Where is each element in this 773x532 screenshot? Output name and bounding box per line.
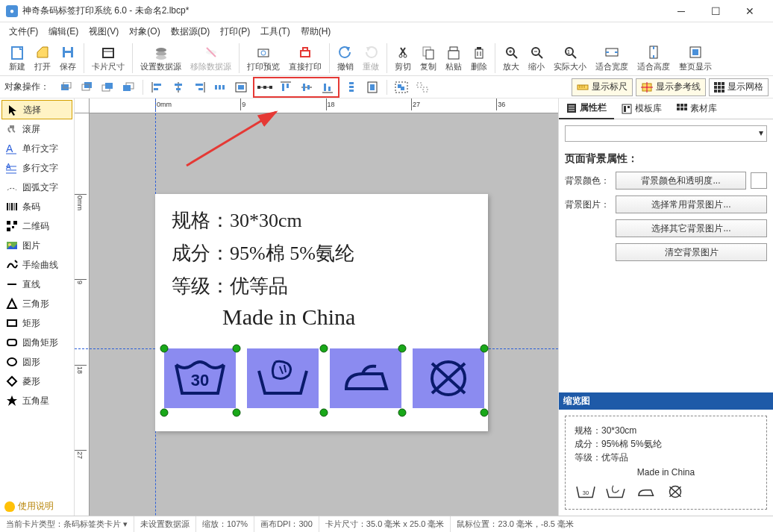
menu-5[interactable]: 打印(P) [216,24,254,40]
tool-手绘曲线[interactable]: 手绘曲线 [1,255,72,275]
bgcolor-button[interactable]: 背景颜色和透明度... [616,172,746,190]
svg-rect-84 [423,87,428,92]
tool-图片[interactable]: 图片 [1,236,72,255]
close-button[interactable]: ✕ [733,0,767,22]
tool-滚屏[interactable]: 滚屏 [1,119,72,139]
svg-rect-19 [450,47,457,51]
toolbar-打印预览[interactable]: 打印预览 [242,43,284,74]
toolbar-剪切[interactable]: 剪切 [390,43,416,74]
toolbar-卡片尺寸[interactable]: 卡片尺寸 [87,43,129,74]
bring-forward-icon[interactable] [98,78,116,96]
toolbar-重做[interactable]: 重做 [358,43,384,74]
show-ruler-toggle[interactable]: 显示标尺 [572,78,633,96]
svg-rect-71 [307,85,310,90]
canvas-area[interactable]: 0mm9182736 0mm91827 规格：30*30cm 成分：95%棉 5… [75,98,558,516]
dist-h-icon[interactable] [211,78,229,96]
menu-7[interactable]: 帮助(H) [296,24,336,40]
align-center-h-icon[interactable] [169,78,187,96]
menu-0[interactable]: 文件(F) [4,24,43,40]
fit-height-icon[interactable] [363,78,381,96]
tool-单行文字[interactable]: A单行文字 [1,139,72,158]
align-right-icon[interactable] [190,78,208,96]
toolbar-移除数据源[interactable]: 移除数据源 [186,43,236,74]
fit-width-icon[interactable] [232,78,250,96]
bgimg-common-button[interactable]: 选择常用背景图片... [616,195,767,213]
tool-圆形[interactable]: 圆形 [1,352,72,372]
menu-1[interactable]: 编辑(E) [44,24,83,40]
tool-条码[interactable]: 条码 [1,197,72,216]
dist-v-icon[interactable] [342,78,360,96]
tab-templates[interactable]: 模板库 [614,98,669,119]
tool-三角形[interactable]: 三角形 [1,294,72,313]
bgcolor-label: 背景颜色： [565,175,611,187]
tool-菱形[interactable]: 菱形 [1,372,72,391]
toolbar-新建[interactable]: 新建 [4,43,30,74]
card-line-3[interactable]: 等级：优等品 [172,273,288,299]
bgimg-other-button[interactable]: 选择其它背景图片... [616,219,767,237]
send-back-icon[interactable] [78,78,96,96]
toolbar-撤销[interactable]: 撤销 [333,43,358,74]
toolbar-适合宽度[interactable]: 适合宽度 [591,43,633,74]
toolbar-设置数据源[interactable]: 设置数据源 [136,43,186,74]
toolbar-放大[interactable]: 放大 [498,43,524,74]
care-icon-nobleach[interactable] [413,348,484,408]
toolbar-粘贴[interactable]: 粘贴 [441,43,466,74]
tab-assets[interactable]: 素材库 [669,98,725,119]
care-icon-handwash[interactable] [247,348,319,408]
tool-二维码[interactable]: 二维码 [1,216,72,236]
toolbar-整页显示[interactable]: 整页显示 [675,43,716,74]
svg-rect-58 [222,85,225,90]
align-middle-icon[interactable] [298,78,316,96]
menu-3[interactable]: 对象(O) [125,24,164,40]
show-grid-toggle[interactable]: 显示网格 [709,78,769,96]
toolbar-实际大小[interactable]: 1实际大小 [549,43,591,74]
menu-2[interactable]: 视图(V) [84,24,123,40]
bgcolor-swatch[interactable] [751,172,767,189]
tool-直线[interactable]: 直线 [1,275,72,294]
toolbar-缩小[interactable]: 缩小 [524,43,549,74]
tool-圆弧文字[interactable]: 圆弧文字 [1,178,72,197]
svg-rect-70 [303,84,305,91]
tool-多行文字[interactable]: A多行文字 [1,158,72,178]
menu-4[interactable]: 数据源(D) [166,24,215,40]
card-line-1[interactable]: 规格：30*30cm [172,207,302,234]
card-line-2[interactable]: 成分：95%棉 5%氨纶 [172,240,354,266]
svg-point-15 [399,54,402,57]
align-bottom-icon[interactable] [319,78,337,96]
label-card[interactable]: 规格：30*30cm 成分：95%棉 5%氨纶 等级：优等品 Made in C… [155,194,488,431]
maximize-button[interactable]: ☐ [698,0,733,22]
align-left-icon[interactable] [148,78,166,96]
send-backward-icon[interactable] [119,78,137,96]
tool-圆角矩形[interactable]: 圆角矩形 [1,333,72,352]
svg-rect-56 [215,85,217,90]
tab-properties[interactable]: 属性栏 [559,98,614,119]
dist-horiz-icon[interactable] [256,78,274,96]
tool-矩形[interactable]: 矩形 [1,313,72,333]
bring-front-icon[interactable] [57,78,75,96]
tool-五角星[interactable]: 五角星 [1,391,72,410]
align-top-icon[interactable] [277,78,295,96]
bgimg-clear-button[interactable]: 清空背景图片 [616,243,767,261]
toolbar-保存[interactable]: 保存 [55,43,81,74]
svg-rect-61 [257,86,260,89]
minimize-button[interactable]: ─ [664,0,698,22]
toolbar-适合高度[interactable]: 适合高度 [633,43,675,74]
property-dropdown[interactable]: ▾ [565,125,767,142]
toolbar-直接打印[interactable]: 直接打印 [284,43,326,74]
toolbar-复制[interactable]: 复制 [416,43,441,74]
toolbar-删除[interactable]: 删除 [466,43,492,74]
svg-rect-76 [349,86,354,88]
status-mouse: 鼠标位置：23.0 毫米，-8.5 毫米 [451,516,579,533]
help-link[interactable]: 使用说明 [4,500,54,513]
card-made-in[interactable]: Made in China [222,304,355,330]
tool-选择[interactable]: 选择 [1,100,72,119]
show-guides-toggle[interactable]: 显示参考线 [636,78,706,96]
ungroup-icon[interactable] [413,78,431,96]
toolbar-打开[interactable]: 打开 [30,43,55,74]
status-dpi: 画布DPI：300 [254,516,319,533]
care-icon-iron[interactable] [330,348,401,408]
care-icon-wash30[interactable]: 30 [164,348,236,408]
status-datasource: 未设置数据源 [134,516,196,533]
menu-6[interactable]: 工具(T) [256,24,294,40]
group-icon[interactable] [392,78,410,96]
